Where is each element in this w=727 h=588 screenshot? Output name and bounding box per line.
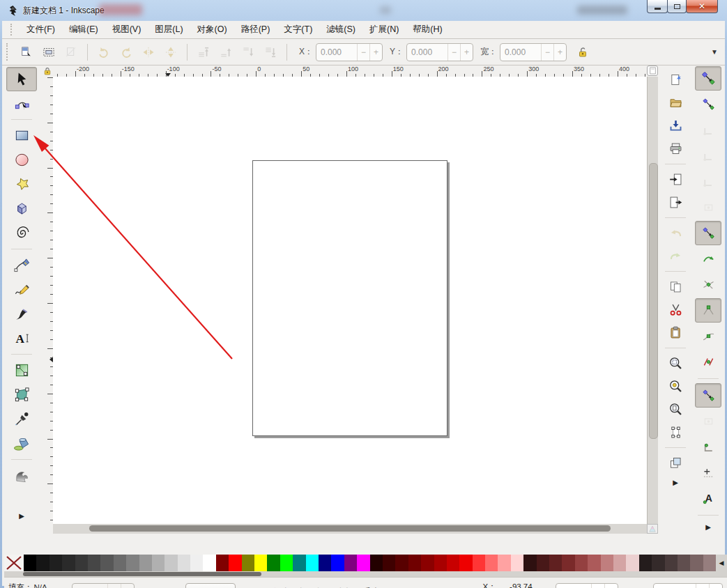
width-field-increase-button[interactable]: + [553, 44, 566, 61]
undo-button[interactable] [664, 222, 687, 245]
export-image-button[interactable] [664, 191, 687, 214]
toolbar-grip[interactable] [10, 24, 14, 36]
x-field-decrease-button[interactable]: − [357, 44, 369, 61]
ruler-corner-page-button[interactable] [647, 65, 658, 76]
snap-bbox-centers-button[interactable] [695, 195, 721, 219]
palette-swatch[interactable] [370, 555, 383, 571]
palette-swatch[interactable] [434, 555, 447, 571]
box3d-tool[interactable] [6, 196, 37, 221]
mesh-gradient-tool[interactable] [6, 382, 37, 407]
zoom-drawing-button[interactable] [664, 375, 687, 398]
vertical-scrollbar[interactable] [647, 77, 658, 524]
node-editor-tool[interactable] [6, 91, 37, 116]
palette-swatch[interactable] [357, 555, 369, 571]
snap-page-border-button[interactable] [695, 435, 721, 459]
menu-filters[interactable]: 滤镜(S) [319, 21, 362, 38]
palette-swatch[interactable] [216, 555, 229, 571]
palette-swatch[interactable] [447, 555, 459, 571]
redo-button[interactable] [664, 245, 687, 268]
rotate-ccw-button[interactable] [93, 42, 114, 63]
deselect-button[interactable] [61, 42, 82, 63]
snap-bbox-edge-midpoints-button[interactable] [695, 169, 721, 194]
commandbar-overflow-button[interactable]: ▶ [673, 479, 678, 486]
lower-button[interactable] [238, 42, 259, 63]
palette-swatch[interactable] [562, 555, 574, 571]
palette-swatch[interactable] [639, 555, 652, 571]
raise-to-top-button[interactable] [193, 42, 214, 63]
palette-swatch[interactable] [319, 555, 331, 571]
palette-swatch[interactable] [139, 555, 152, 571]
palette-swatch[interactable] [473, 555, 485, 571]
zoom-page-button[interactable] [664, 398, 687, 421]
tweak-tool[interactable] [6, 463, 37, 488]
palette-swatch[interactable] [703, 555, 716, 571]
width-field[interactable]: 0.000−+ [500, 43, 567, 61]
menu-text[interactable]: 文字(T) [277, 21, 319, 38]
text-tool[interactable]: A [6, 326, 37, 350]
open-document-button[interactable] [664, 91, 687, 114]
snap-bbox-corners-button[interactable] [695, 144, 721, 168]
palette-swatch[interactable] [678, 555, 690, 571]
palette-swatch[interactable] [344, 555, 357, 571]
snap-other-points-button[interactable] [695, 383, 721, 408]
gradient-tool[interactable] [6, 358, 37, 382]
minimize-button[interactable] [647, 0, 668, 13]
rotate-cw-button[interactable] [116, 42, 137, 63]
menu-layer[interactable]: 图层(L) [148, 21, 190, 38]
cut-button[interactable] [664, 298, 687, 321]
title-bar[interactable]: 新建文档 1 - Inkscape ✕ [0, 0, 727, 21]
snap-grid-guide-intersections-button[interactable] [695, 461, 721, 485]
palette-swatch[interactable] [203, 555, 215, 571]
selection-frame-button[interactable] [664, 421, 687, 444]
ellipse-tool[interactable] [6, 148, 37, 172]
palette-swatch[interactable] [498, 555, 510, 571]
spiral-tool[interactable] [6, 221, 37, 245]
calligraphy-tool[interactable] [6, 302, 37, 326]
snap-line-midpoints-button[interactable] [695, 350, 721, 374]
y-field[interactable]: 0.000−+ [406, 43, 473, 61]
snap-to-paths-button[interactable] [695, 247, 721, 271]
snap-bounding-box-button[interactable] [695, 92, 721, 116]
flip-vertical-button[interactable] [160, 42, 181, 63]
lock-ratio-icon[interactable] [576, 46, 589, 59]
vertical-scrollbar-thumb[interactable] [649, 163, 658, 439]
palette-swatch[interactable] [421, 555, 434, 571]
snap-smooth-nodes-button[interactable] [695, 324, 721, 348]
snap-text-baseline-button[interactable]: A [695, 486, 721, 511]
toolbar-grip[interactable] [6, 43, 10, 61]
palette-swatch[interactable] [690, 555, 703, 571]
pencil-tool[interactable] [6, 277, 37, 302]
palette-swatch[interactable] [549, 555, 562, 571]
palette-swatch[interactable] [164, 555, 177, 571]
ruler-corner-lock-icon[interactable] [41, 65, 53, 77]
menu-object[interactable]: 对象(O) [190, 21, 234, 38]
palette-swatch[interactable] [408, 555, 421, 571]
width-field-decrease-button[interactable]: − [541, 44, 553, 61]
maximize-button[interactable] [667, 0, 687, 13]
snap-nodes-button[interactable] [695, 221, 721, 245]
dropper-tool[interactable] [6, 407, 37, 431]
new-document-button[interactable] [664, 68, 687, 91]
palette-swatch[interactable] [395, 555, 408, 571]
rectangle-tool[interactable] [6, 123, 37, 148]
select-all-layers-button[interactable] [38, 42, 59, 63]
horizontal-ruler[interactable]: -200-150-100-50050100150200250300350400 [53, 65, 647, 77]
paint-bucket-tool[interactable] [6, 431, 37, 456]
close-button[interactable]: ✕ [686, 0, 718, 13]
toolbar-overflow-button[interactable]: ▼ [711, 48, 718, 56]
color-management-toggle[interactable] [647, 524, 658, 534]
select-all-button[interactable] [16, 42, 37, 63]
palette-swatch[interactable] [665, 555, 678, 571]
palette-swatch[interactable] [383, 555, 395, 571]
snapbar-overflow-button[interactable]: ▶ [705, 523, 711, 531]
palette-swatch[interactable] [523, 555, 536, 571]
palette-scrollbar[interactable] [4, 571, 727, 577]
palette-swatch[interactable] [459, 555, 472, 571]
palette-swatch[interactable] [601, 555, 613, 571]
palette-swatch[interactable] [613, 555, 626, 571]
canvas[interactable] [53, 77, 647, 524]
print-document-button[interactable] [664, 137, 687, 160]
palette-swatch[interactable] [62, 555, 75, 571]
palette-swatch[interactable] [178, 555, 190, 571]
palette-swatch[interactable] [331, 555, 344, 571]
